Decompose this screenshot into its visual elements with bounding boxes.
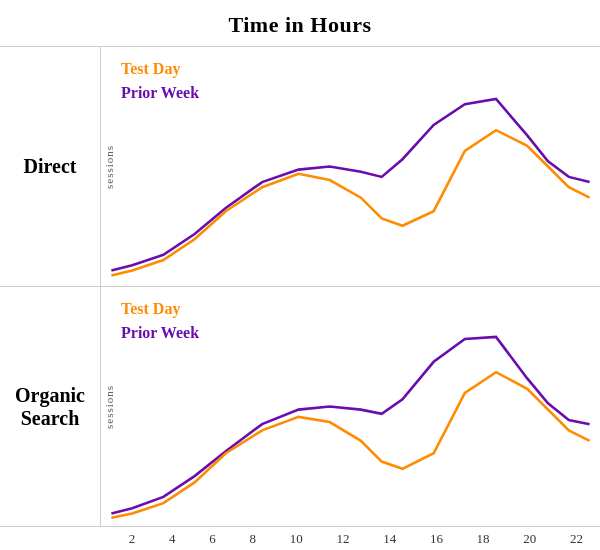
legend-organic: Test Day Prior Week (121, 297, 199, 345)
x-axis-row: 2 4 6 8 10 12 14 16 18 20 22 (0, 526, 600, 550)
x-label-4: 4 (169, 531, 176, 547)
y-label-organic: sessions (103, 384, 115, 428)
legend-test-day-direct: Test Day (121, 57, 199, 81)
legend-prior-week-organic: Prior Week (121, 321, 199, 345)
x-label-6: 6 (209, 531, 216, 547)
legend-direct: Test Day Prior Week (121, 57, 199, 105)
x-axis-labels: 2 4 6 8 10 12 14 16 18 20 22 (100, 527, 600, 550)
x-label-8: 8 (250, 531, 257, 547)
prior-week-line-organic (111, 337, 589, 514)
x-label-12: 12 (336, 531, 349, 547)
prior-week-line-direct (111, 99, 589, 270)
legend-prior-week-direct: Prior Week (121, 81, 199, 105)
x-label-18: 18 (477, 531, 490, 547)
chart-row-organic: Organic Search Test Day Prior Week sessi… (0, 286, 600, 526)
y-label-direct: sessions (103, 144, 115, 188)
x-label-22: 22 (570, 531, 583, 547)
chart-label-organic: Organic Search (0, 287, 100, 526)
chart-row-direct: Direct Test Day Prior Week sessions (0, 46, 600, 286)
x-label-14: 14 (383, 531, 396, 547)
x-label-10: 10 (290, 531, 303, 547)
chart-area-direct: Test Day Prior Week sessions (100, 47, 600, 286)
chart-area-organic: Test Day Prior Week sessions (100, 287, 600, 526)
x-label-20: 20 (523, 531, 536, 547)
x-label-2: 2 (129, 531, 136, 547)
x-label-16: 16 (430, 531, 443, 547)
test-day-line-direct (111, 130, 589, 275)
test-day-line-organic (111, 372, 589, 517)
charts-container: Direct Test Day Prior Week sessions Orga… (0, 46, 600, 526)
main-title: Time in Hours (0, 0, 600, 46)
legend-test-day-organic: Test Day (121, 297, 199, 321)
chart-label-direct: Direct (0, 47, 100, 286)
